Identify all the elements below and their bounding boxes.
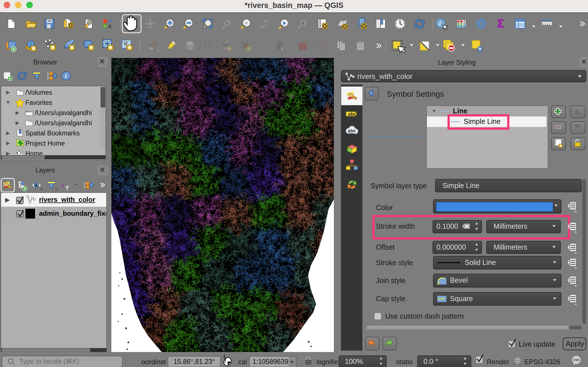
svg-text:i: i (439, 20, 441, 27)
svg-text:abc: abc (348, 111, 356, 117)
svg-text:i: i (65, 72, 67, 79)
svg-text:abc: abc (348, 128, 356, 133)
svg-text:!: ! (225, 358, 226, 364)
svg-text:a: a (108, 22, 111, 29)
svg-text:Σ: Σ (497, 17, 504, 30)
svg-text:ε: ε (62, 180, 65, 189)
svg-text:1:1: 1:1 (263, 21, 268, 25)
